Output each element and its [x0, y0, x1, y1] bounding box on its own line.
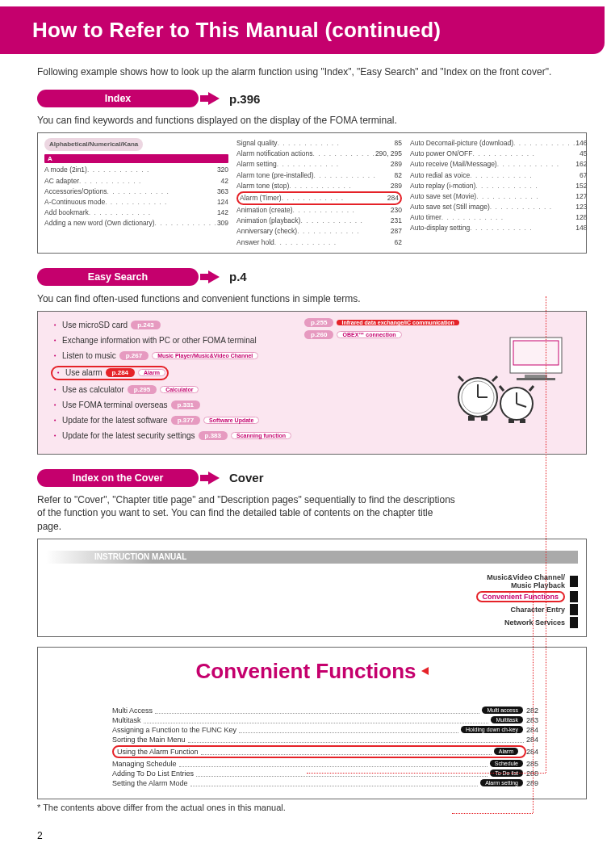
index-row: Anniversary (check) . . . . . . . . . . …	[236, 226, 402, 237]
tab-marker-icon	[570, 591, 578, 602]
index-page: 289	[391, 181, 402, 191]
index-term: A mode (2in1)	[44, 165, 87, 175]
chapter-entry-badge: Schedule	[490, 760, 523, 767]
index-row: A mode (2in1) . . . . . . . . . . . . 32…	[44, 165, 228, 175]
index-page: 162	[575, 159, 587, 170]
index-page: 127	[575, 191, 587, 202]
easy-right-tags: p.255Infrared data exchange/iC communica…	[304, 318, 459, 342]
chapter-entry-name: Managing Schedule	[112, 760, 177, 768]
index-term: Auto Decomail-picture (download)	[410, 138, 513, 149]
chapter-row: Assigning a Function to the FUNC KeyHold…	[49, 726, 575, 734]
index-row: AC adapter . . . . . . . . . . . . 42	[44, 176, 228, 187]
index-page: 142	[217, 208, 228, 218]
index-term: Alarm (Timer)	[240, 193, 282, 203]
chapter-entry-badge: Holding down ch-key	[461, 726, 523, 733]
bullet-icon: ・	[51, 320, 59, 331]
edge-tab-label: Music&Video Channel/ Music Playback	[487, 573, 565, 589]
index-page: 289	[391, 159, 402, 170]
index-row: Auto-display setting . . . . . . . . . .…	[410, 223, 588, 233]
easy-line: ・Update for the latest security settings…	[51, 430, 576, 442]
page-title: How to Refer to This Manual (continued)	[0, 6, 605, 54]
page-body: Following example shows how to look up t…	[0, 54, 611, 820]
edge-tab: Convenient Functions	[46, 591, 578, 602]
index-page: 82	[395, 170, 402, 181]
chapter-row: Multi AccessMulti access282	[49, 707, 575, 715]
edge-tab: Character Entry	[46, 604, 578, 615]
index-pill: Index	[37, 90, 199, 107]
index-term: Auto replay (i-motion)	[410, 181, 475, 191]
svg-rect-9	[481, 416, 488, 421]
index-term: Signal quality	[236, 138, 278, 149]
index-row: Answer hold . . . . . . . . . . . . 62	[236, 237, 402, 248]
connector-line	[452, 813, 533, 814]
index-page: 42	[221, 176, 228, 187]
index-row: Auto receive (Mail/Message) . . . . . . …	[410, 159, 588, 170]
index-page: 146	[575, 138, 587, 149]
chapter-entry-name: Using the Alarm Function	[117, 748, 199, 756]
chapter-row: MultitaskMultitask283	[49, 716, 575, 724]
index-term: Animation (playback)	[236, 216, 300, 226]
feature-tag: Scanning function	[231, 432, 291, 439]
svg-rect-2	[525, 375, 547, 378]
svg-rect-14	[520, 419, 525, 423]
index-description: You can find keywords and functions disp…	[37, 114, 587, 128]
bullet-icon: ・	[51, 415, 59, 426]
chapter-row: Sorting the Main Menu284	[49, 736, 575, 744]
page-tag: p.295	[128, 385, 157, 394]
page-tag: p.255	[304, 318, 333, 327]
index-term: Add bookmark	[44, 208, 89, 218]
easy-text: Exchange information with PC or other FO…	[62, 336, 257, 345]
index-page: 290, 295	[375, 149, 402, 159]
bullet-icon: ・	[54, 367, 62, 379]
index-page: 128	[575, 212, 587, 223]
index-row: Animation (create) . . . . . . . . . . .…	[236, 205, 402, 216]
index-term: Auto power ON/OFF	[410, 149, 472, 159]
index-row: Alarm setting . . . . . . . . . . . . 28…	[236, 159, 402, 170]
index-col-3: Auto Decomail-picture (download) . . . .…	[410, 138, 588, 248]
easy-text: Use microSD card	[62, 321, 128, 329]
index-term: Adding a new word (Own dictionary)	[44, 218, 155, 229]
index-term: Auto save set (Movie)	[410, 191, 476, 202]
edge-tab: Network Services	[46, 617, 578, 628]
tab-marker-icon	[570, 604, 578, 615]
connector-line	[533, 590, 534, 813]
feature-tag: OBEX™ connection	[337, 331, 401, 338]
easy-text: Listen to music	[62, 351, 116, 360]
page-tag: p.383	[199, 431, 228, 440]
manual-header-bar: INSTRUCTION MANUAL	[46, 546, 578, 568]
index-term: Alarm tone (stop)	[236, 181, 289, 191]
index-row: Auto redial as voice . . . . . . . . . .…	[410, 170, 588, 181]
index-term: Animation (create)	[236, 205, 292, 216]
index-page: 152	[575, 181, 587, 191]
index-row: Auto save set (Movie) . . . . . . . . . …	[410, 191, 588, 202]
index-row: Auto replay (i-motion) . . . . . . . . .…	[410, 181, 588, 191]
index-row: Accessories/Options . . . . . . . . . . …	[44, 187, 228, 197]
index-term: Auto redial as voice	[410, 170, 470, 181]
bullet-icon: ・	[51, 350, 59, 362]
chapter-entry-name: Multi Access	[112, 707, 153, 715]
edge-tab-label: Convenient Functions	[476, 591, 566, 602]
index-row: Auto save set (Still image) . . . . . . …	[410, 202, 588, 212]
chapter-entry-name: Multitask	[112, 716, 141, 724]
easy-text: Update for the latest software	[62, 416, 168, 425]
arrow-icon	[208, 92, 220, 105]
easy-text: Use FOMA terminal overseas	[62, 400, 168, 409]
svg-rect-1	[513, 341, 559, 365]
index-row: Auto Decomail-picture (download) . . . .…	[410, 138, 588, 149]
easy-description: You can find often-used functions and co…	[37, 292, 587, 306]
index-row: Animation (playback) . . . . . . . . . .…	[236, 216, 402, 226]
chapter-entry-badge: Alarm setting	[480, 779, 523, 786]
chapter-entry-page: 283	[526, 716, 547, 724]
easy-pill: Easy Search	[37, 268, 199, 286]
chapter-entry-page: 289	[526, 779, 547, 787]
svg-rect-8	[468, 416, 475, 421]
index-row: Signal quality . . . . . . . . . . . . 8…	[236, 138, 402, 149]
index-row: Alarm tone (stop) . . . . . . . . . . . …	[236, 181, 402, 191]
index-term: A-Continuous mode	[44, 197, 105, 208]
chapter-entry-badge: Multitask	[491, 716, 523, 723]
index-page: 124	[217, 197, 228, 208]
index-term: Alarm setting	[236, 159, 277, 170]
index-page-ref: p.396	[229, 92, 260, 106]
chapter-entry-page: 284	[526, 736, 547, 744]
edge-tab-label: Network Services	[504, 619, 565, 627]
